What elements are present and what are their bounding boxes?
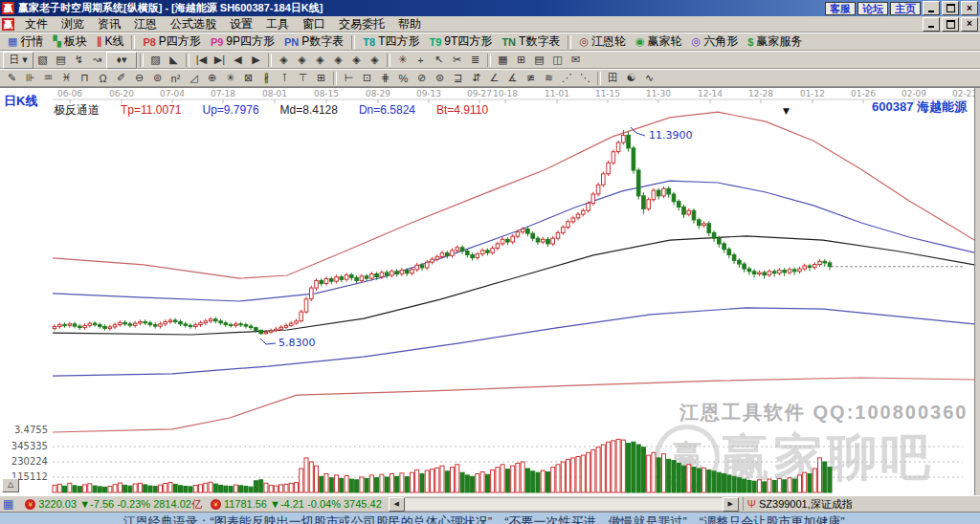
prev-bar-button[interactable]: ◀	[229, 53, 247, 68]
gann-diamond-6-button[interactable]: ◈	[366, 53, 384, 68]
close-button[interactable]: ×	[961, 1, 978, 15]
minimize-button[interactable]	[923, 1, 940, 15]
comb-tool-button[interactable]: ⊺	[276, 71, 294, 86]
t-table-button[interactable]: TNT数字表	[497, 34, 565, 50]
menu-帮助[interactable]: 帮助	[391, 16, 428, 32]
angle2-button[interactable]: ∡	[503, 71, 522, 86]
updown-tool-button[interactable]: ⇵	[467, 71, 485, 86]
scrollbar-track[interactable]	[405, 497, 723, 512]
winner-service-button[interactable]: $赢家服务	[743, 34, 807, 50]
calendar-button[interactable]: ▦	[494, 53, 512, 68]
notes-button[interactable]: ▤	[530, 53, 548, 68]
menu-设置[interactable]: 设置	[223, 16, 259, 32]
kline-mode-button[interactable]: ▨	[146, 53, 165, 68]
star-tool-button[interactable]: ✳	[221, 71, 239, 86]
chart-canvas[interactable]: 赢 赢家聊吧 江恩工具软件 QQ:100800360 06-0606-2007-…	[0, 87, 980, 495]
sectors-button[interactable]: ▚板块	[48, 34, 91, 50]
customer-service-link[interactable]: 客服	[825, 2, 856, 15]
chart-scrollbar[interactable]: ◀ ▶	[389, 497, 739, 511]
save-layout-button[interactable]: ◫	[548, 53, 567, 68]
tee-tool-button[interactable]: ⊤	[294, 71, 312, 86]
sine-wave-button[interactable]: ∿	[640, 71, 658, 86]
percent-tool-button[interactable]: %	[394, 71, 412, 86]
9t-square-button[interactable]: T99T四方形	[425, 34, 498, 50]
bars-tool-button[interactable]: ∦	[257, 71, 276, 86]
shenzhen-index-panel[interactable]: ¥ 11781.56 ▼-4.21 -0.04% 3745.42	[205, 497, 385, 511]
homepage-link[interactable]: 主页	[890, 2, 921, 15]
forum-link[interactable]: 论坛	[858, 2, 888, 15]
menu-交易委托[interactable]: 交易委托	[332, 16, 391, 32]
wave2-tool-button[interactable]: ♓	[57, 71, 76, 86]
fence-tool-button[interactable]: ⊢	[340, 71, 358, 86]
flag-tool-button[interactable]: ◣	[165, 53, 183, 68]
period-selector[interactable]: 日 ▾	[3, 52, 33, 69]
angle1-button[interactable]: ∠	[485, 71, 503, 86]
hexagon-button[interactable]: ◎六角形	[687, 34, 744, 50]
field-grid-button[interactable]: 田	[604, 71, 622, 86]
crosshair-button[interactable]: +	[412, 53, 430, 68]
pattern-tool-button[interactable]: ≣	[466, 53, 484, 68]
draw-pen-button[interactable]: ✎	[3, 71, 21, 86]
t-square-button[interactable]: T8T四方形	[358, 34, 424, 50]
info-panel-button[interactable]: ▤	[52, 53, 70, 68]
yinyang-button[interactable]: ☯	[622, 71, 640, 86]
box-tool-button[interactable]: ⊓	[76, 71, 94, 86]
kline-button[interactable]: ∥K线	[92, 34, 129, 50]
9p-square-button[interactable]: P99P四方形	[206, 34, 279, 50]
cycle-tool-button[interactable]: ⊚	[148, 71, 167, 86]
window-layout-button[interactable]: ▧	[33, 53, 52, 68]
menu-江恩[interactable]: 江恩	[127, 16, 164, 32]
pen2-tool-button[interactable]: ✐	[112, 71, 130, 86]
triangle-tool-button[interactable]: ◿	[185, 71, 203, 86]
market-grid-icon[interactable]: ▦	[3, 497, 13, 511]
gann-diamond-2-button[interactable]: ◈	[293, 53, 311, 68]
market-quotes-button[interactable]: ▦行情	[3, 34, 48, 50]
candle-style-selector[interactable]: ♦▾	[106, 52, 137, 69]
menu-文件[interactable]: 文件	[18, 16, 55, 32]
circle-tool-button[interactable]: ⊖	[130, 71, 148, 86]
p-table-button[interactable]: PNP数字表	[279, 34, 348, 50]
n2-tool-button[interactable]: n²	[167, 71, 185, 86]
p-square-button[interactable]: P8P四方形	[138, 34, 205, 50]
mail-button[interactable]: ✉	[567, 53, 585, 68]
wave-tool-button[interactable]: ♒	[39, 71, 57, 86]
ratio-tool-button[interactable]: ⋕	[376, 71, 394, 86]
gann-diamond-5-button[interactable]: ◈	[347, 53, 366, 68]
gann-diamond-3-button[interactable]: ◈	[311, 53, 329, 68]
wave3-tool-button[interactable]: ≋	[540, 71, 558, 86]
slash-circle-button[interactable]: ⊘	[412, 71, 431, 86]
edit-tool-button[interactable]: ✂	[448, 53, 466, 68]
dot-box-button[interactable]: ⊡	[358, 71, 376, 86]
grid-box-button[interactable]: ⊠	[239, 71, 257, 86]
gann-circle-button[interactable]: ⊕	[203, 71, 221, 86]
menu-资讯[interactable]: 资讯	[91, 16, 127, 32]
dots-up-button[interactable]: ⋰	[558, 71, 576, 86]
gann-diamond-1-button[interactable]: ◈	[275, 53, 293, 68]
menu-浏览[interactable]: 浏览	[55, 16, 91, 32]
shanghai-index-panel[interactable]: ¥ 3220.03 ▼-7.56 -0.23% 2814.02亿	[19, 497, 205, 511]
dots-down-button[interactable]: ⋱	[576, 71, 594, 86]
child-restore-button[interactable]	[942, 17, 959, 32]
calculator-button[interactable]: ⊞	[512, 53, 530, 68]
gold-ratio-button[interactable]: ⊜	[431, 71, 449, 86]
gann-wheel-button[interactable]: ◎江恩轮	[574, 34, 631, 50]
first-bar-button[interactable]: |◀	[192, 53, 211, 68]
angle-tool-button[interactable]: Ω	[94, 71, 112, 86]
pan-hand-button[interactable]: ✳	[393, 53, 412, 68]
square-grid-button[interactable]: ⊞	[312, 71, 330, 86]
child-close-button[interactable]: ×	[961, 17, 978, 32]
pane-toggle-button[interactable]: △	[2, 478, 19, 492]
pointer-button[interactable]: ↖	[430, 53, 448, 68]
menu-窗口[interactable]: 窗口	[296, 16, 332, 32]
next-bar-button[interactable]: ▶	[247, 53, 265, 68]
menu-工具[interactable]: 工具	[259, 16, 296, 32]
last-bar-button[interactable]: ▶|	[211, 53, 229, 68]
restore-button[interactable]	[942, 1, 959, 15]
child-minimize-button[interactable]	[923, 17, 940, 32]
gann-grid-button[interactable]: ⊪	[21, 71, 39, 86]
band-tool-button[interactable]: ⊒	[449, 71, 467, 86]
trend-tool2-button[interactable]: ↝	[88, 53, 106, 68]
fan-tool-button[interactable]: ≇	[522, 71, 540, 86]
winner-wheel-button[interactable]: ◉赢家轮	[631, 34, 687, 50]
trend-tool-button[interactable]: ↯	[70, 53, 88, 68]
